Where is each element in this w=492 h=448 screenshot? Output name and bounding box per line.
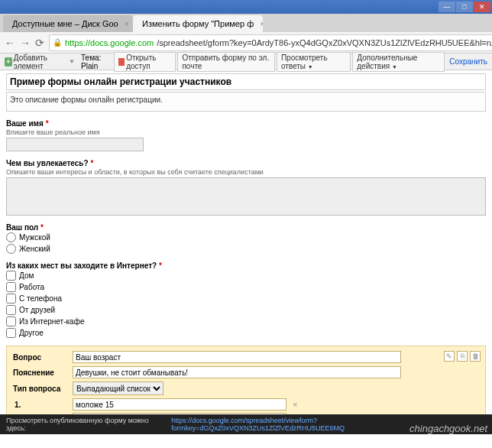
- doc-toolbar: + Добавить элемент ▼ Тема: Plain Открыть…: [0, 54, 492, 70]
- text-input[interactable]: [6, 138, 144, 151]
- lock-icon: 🔒: [53, 38, 62, 47]
- send-email-button[interactable]: Отправить форму по эл. почте: [177, 52, 274, 72]
- radio-option[interactable]: Женский: [6, 244, 486, 254]
- chevron-down-icon: ▼: [69, 58, 75, 65]
- editor-help-label: Пояснение: [13, 368, 66, 377]
- radio-group: Мужской Женский: [6, 232, 486, 254]
- question-type-select[interactable]: Выпадающий список: [73, 381, 163, 395]
- theme-label: Тема:: [81, 54, 101, 62]
- footer-bar: Просмотреть опубликованную форму можно з…: [0, 414, 492, 434]
- checkbox-option[interactable]: С телефона: [6, 294, 486, 304]
- checkbox-input[interactable]: [6, 282, 16, 292]
- add-element-label: Добавить элемент: [14, 54, 67, 70]
- radio-input[interactable]: [6, 232, 16, 242]
- checkbox-input[interactable]: [6, 271, 16, 281]
- editor-actions: ✎ ⎘ 🗑: [444, 351, 481, 362]
- question-hint: Опишите ваши интересы и области, в котор…: [6, 168, 486, 176]
- view-responses-button[interactable]: Просмотреть ответы ▼: [277, 52, 351, 72]
- checkbox-option[interactable]: Другое: [6, 328, 486, 338]
- chevron-down-icon: ▼: [308, 64, 313, 70]
- plus-icon: +: [5, 57, 12, 67]
- chevron-down-icon: ▼: [392, 64, 397, 70]
- question-help-input[interactable]: [73, 366, 401, 378]
- checkbox-input[interactable]: [6, 317, 16, 326]
- forward-button[interactable]: →: [20, 35, 31, 50]
- tab-label: Изменить форму "Пример ф: [142, 19, 254, 28]
- checkbox-input[interactable]: [6, 305, 16, 315]
- close-button[interactable]: ✕: [474, 2, 490, 12]
- editor-type-label: Тип вопроса: [13, 385, 66, 393]
- checkbox-option[interactable]: Работа: [6, 282, 486, 292]
- reload-button[interactable]: ⟳: [35, 35, 44, 50]
- duplicate-icon[interactable]: ⎘: [457, 351, 468, 362]
- url-host: https://docs.google.com: [65, 38, 154, 47]
- editor-question-label: Вопрос: [13, 353, 66, 362]
- close-icon[interactable]: ×: [260, 20, 263, 28]
- tab-form-editor[interactable]: Изменить форму "Пример ф ×: [133, 15, 263, 32]
- share-label: Открыть доступ: [126, 54, 171, 70]
- minimize-button[interactable]: —: [439, 2, 455, 12]
- close-icon[interactable]: ×: [125, 20, 129, 28]
- add-element-button[interactable]: + Добавить элемент ▼: [5, 54, 75, 70]
- window-titlebar: — □ ✕: [0, 0, 492, 14]
- checkbox-group: Дом Работа С телефона От друзей Из Интер…: [6, 271, 486, 338]
- browser-tabs: Доступные мне – Диск Goo × Изменить форм…: [0, 14, 492, 32]
- question-title-input[interactable]: [73, 351, 401, 363]
- form-title[interactable]: Пример формы онлайн регистрации участник…: [6, 73, 486, 90]
- question-hint: Впишите ваше реальное имя: [6, 128, 486, 136]
- share-button[interactable]: Открыть доступ: [114, 52, 176, 72]
- form-description[interactable]: Это описание формы онлайн регистрации.: [6, 92, 486, 112]
- delete-icon[interactable]: 🗑: [470, 351, 481, 362]
- footer-link[interactable]: https://docs.google.com/spreadsheet/view…: [171, 417, 486, 432]
- checkbox-option[interactable]: От друзей: [6, 305, 486, 315]
- maximize-button[interactable]: □: [456, 2, 473, 12]
- option-input[interactable]: [73, 398, 286, 411]
- checkbox-input[interactable]: [6, 294, 16, 304]
- radio-input[interactable]: [6, 244, 16, 254]
- option-number: 1.: [13, 401, 66, 409]
- textarea-input[interactable]: [6, 177, 486, 216]
- question-label: Чем вы увлекаетесь? *: [6, 159, 486, 167]
- footer-text: Просмотреть опубликованную форму можно з…: [6, 417, 168, 432]
- checkbox-option[interactable]: Дом: [6, 271, 486, 281]
- checkbox-option[interactable]: Из Интернет-кафе: [6, 317, 486, 326]
- save-link[interactable]: Сохранить: [449, 57, 487, 66]
- tab-label: Доступные мне – Диск Goo: [12, 19, 118, 28]
- back-button[interactable]: ←: [5, 35, 15, 50]
- url-path: /spreadsheet/gform?key=0ArdyT86-yxQ4dGQx…: [157, 38, 492, 47]
- address-row: ← → ⟳ 🔒 https://docs.google.com /spreads…: [0, 32, 492, 54]
- address-bar[interactable]: 🔒 https://docs.google.com /spreadsheet/g…: [49, 34, 492, 51]
- remove-option-icon[interactable]: ×: [293, 400, 297, 409]
- question-label: Из каких мест вы заходите в Интернет? *: [6, 261, 486, 270]
- tab-drive[interactable]: Доступные мне – Диск Goo ×: [3, 15, 133, 32]
- share-icon: [118, 58, 125, 66]
- form-canvas: Пример формы онлайн регистрации участник…: [0, 70, 492, 437]
- more-actions-button[interactable]: Дополнительные действия ▼: [352, 52, 445, 72]
- checkbox-input[interactable]: [6, 328, 16, 338]
- radio-option[interactable]: Мужской: [6, 232, 486, 242]
- bottom-padding: [0, 434, 492, 448]
- question-label: Ваше имя *: [6, 119, 486, 128]
- question-label: Ваш пол *: [6, 223, 486, 232]
- edit-icon[interactable]: ✎: [444, 351, 455, 362]
- theme-value[interactable]: Plain: [81, 62, 98, 70]
